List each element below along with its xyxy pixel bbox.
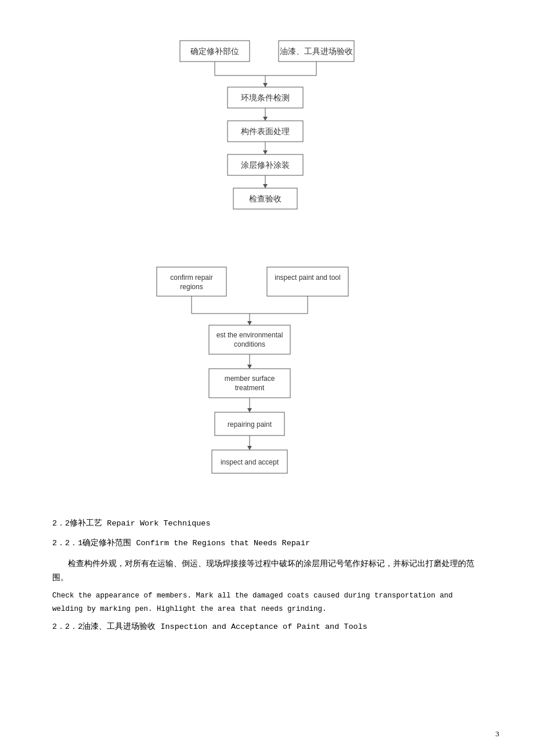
section-heading-2-2: 2．2．2油漆、工具进场验收 Inspection and Acceptance… [52, 620, 482, 634]
svg-text:member surface: member surface [225, 375, 275, 383]
svg-rect-38 [209, 369, 290, 398]
svg-marker-46 [247, 446, 252, 450]
svg-marker-8 [263, 83, 268, 87]
svg-rect-33 [209, 325, 290, 354]
svg-text:环境条件检测: 环境条件检测 [241, 93, 290, 102]
svg-marker-12 [263, 117, 268, 121]
para-zh-1: 检查构件外观，对所有在运输、倒运、现场焊接接等过程中破坏的涂层用记号笔作好标记，… [52, 557, 482, 585]
svg-marker-16 [263, 150, 268, 154]
svg-text:regions: regions [180, 283, 203, 291]
svg-text:构件表面处理: 构件表面处理 [240, 127, 290, 136]
flowchart-zh: 确定修补部位 油漆、工具进场验收 环境条件检测 构件表面处理 [46, 23, 488, 244]
svg-text:est the environmental: est the environmental [217, 331, 283, 339]
svg-text:检查验收: 检查验收 [249, 195, 282, 203]
flowchart-en: confirm repair regions inspect paint and… [46, 255, 488, 505]
svg-marker-37 [247, 365, 252, 369]
svg-marker-42 [247, 408, 252, 412]
svg-text:inspect paint and tool: inspect paint and tool [275, 273, 340, 282]
section-heading-1: 2．2修补工艺 Repair Work Techniques [52, 517, 482, 531]
svg-text:treatment: treatment [235, 384, 265, 392]
page-number: 3 [496, 729, 500, 739]
page: 确定修补部位 油漆、工具进场验收 环境条件检测 构件表面处理 [0, 0, 534, 756]
svg-rect-23 [157, 267, 226, 296]
svg-text:repairing paint: repairing paint [228, 420, 272, 429]
svg-text:确定修补部位: 确定修补部位 [190, 47, 239, 56]
section-heading-1-1: 2．2．1确定修补范围 Confirm the Regions that Nee… [52, 537, 482, 550]
svg-rect-26 [267, 267, 348, 296]
svg-text:涂层修补涂装: 涂层修补涂装 [241, 161, 290, 170]
svg-text:inspect and accept: inspect and accept [221, 458, 279, 466]
text-section: 2．2修补工艺 Repair Work Techniques 2．2．1确定修补… [46, 517, 488, 634]
svg-text:油漆、工具进场验收: 油漆、工具进场验收 [280, 47, 353, 56]
svg-text:confirm repair: confirm repair [170, 273, 212, 282]
svg-marker-20 [263, 184, 268, 188]
svg-marker-32 [247, 321, 252, 325]
para-en-1: Check the appearance of members. Mark al… [52, 589, 482, 615]
svg-text:conditions: conditions [234, 340, 265, 348]
